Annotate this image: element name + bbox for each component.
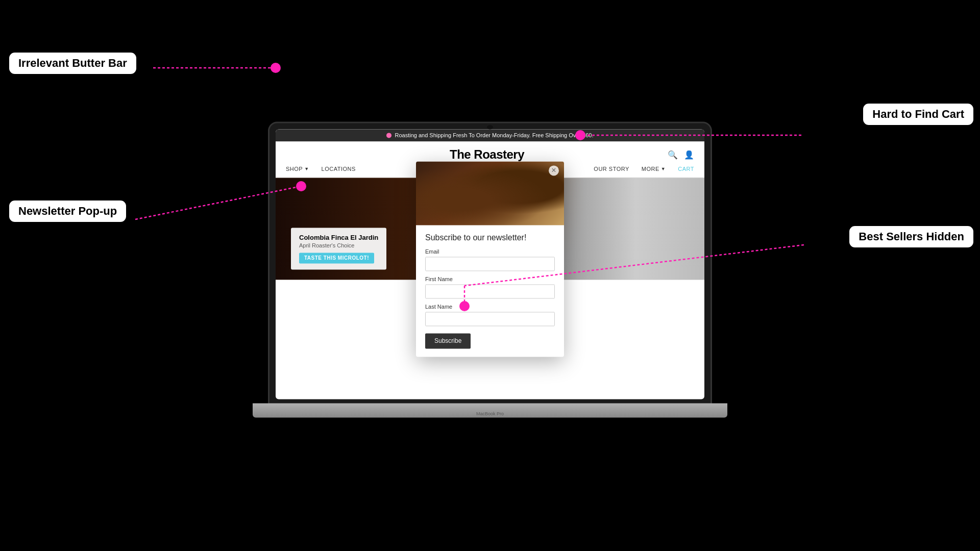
macbook-frame: Roasting and Shipping Fresh To Order Mon…	[268, 121, 712, 417]
email-label: Email	[425, 248, 555, 255]
popup-body: Subscribe to our newsletter! Email First…	[416, 225, 564, 357]
annotation-newsletter-popup: Newsletter Pop-up	[8, 199, 128, 223]
svg-point-5	[271, 63, 281, 73]
firstname-label: First Name	[425, 276, 555, 282]
macbook-base: MacBook Pro	[253, 403, 727, 417]
lastname-label: Last Name	[425, 304, 555, 310]
annotation-irrelevant-butter-bar: Irrelevant Butter Bar	[8, 51, 138, 76]
newsletter-popup: × Subscribe to our newsletter! Email	[416, 161, 564, 357]
firstname-field-group: First Name	[425, 276, 555, 298]
popup-hero-image	[416, 161, 564, 225]
annotation-hard-to-find-cart: Hard to Find Cart	[862, 102, 975, 127]
popup-close-button[interactable]: ×	[549, 165, 559, 176]
webcam-notch	[487, 125, 493, 129]
screen-content: Roasting and Shipping Fresh To Order Mon…	[276, 129, 704, 399]
screen-bezel: Roasting and Shipping Fresh To Order Mon…	[268, 121, 712, 405]
macbook-label: MacBook Pro	[476, 411, 504, 416]
popup-overlay: × Subscribe to our newsletter! Email	[276, 129, 704, 399]
annotation-best-sellers-hidden: Best Sellers Hidden	[848, 224, 975, 249]
popup-title: Subscribe to our newsletter!	[425, 233, 555, 242]
email-field-group: Email	[425, 248, 555, 271]
email-input[interactable]	[425, 257, 555, 271]
firstname-input[interactable]	[425, 284, 555, 298]
lastname-field-group: Last Name	[425, 304, 555, 326]
lastname-input[interactable]	[425, 312, 555, 326]
subscribe-button[interactable]: Subscribe	[425, 333, 471, 348]
